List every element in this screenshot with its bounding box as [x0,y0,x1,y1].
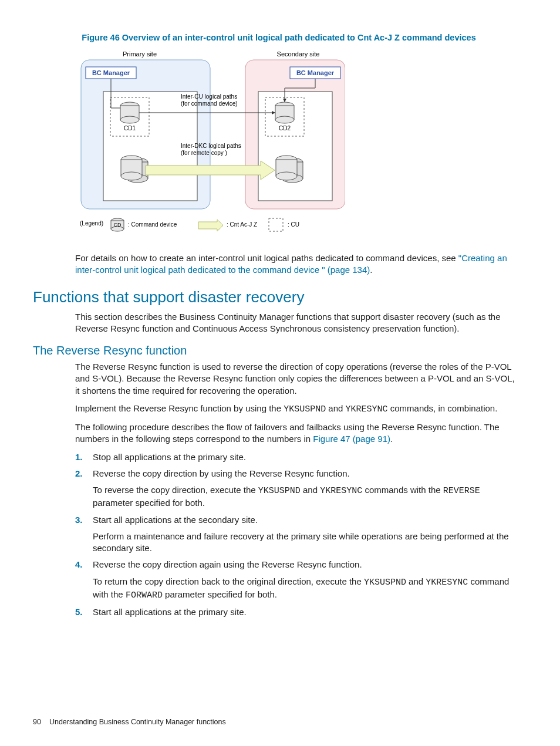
svg-marker-45 [198,220,223,231]
rr-p3: The following procedure describes the fl… [75,421,519,445]
svg-rect-9 [258,92,332,201]
figure-caption: Figure 46 Overview of an inter-control u… [33,33,525,42]
page-footer: 90Understanding Business Continuity Mana… [33,718,226,726]
list-item: 1.Stop all applications at the primary s… [75,451,519,463]
step-number: 3. [75,514,93,555]
code-literal: YKSUSPND [258,486,301,496]
list-item: 2.Reverse the copy direction by using th… [75,468,519,509]
heading-functions-dr: Functions that support disaster recovery [33,288,525,306]
label-inter-cu: Inter-CU logical paths (for command devi… [181,93,239,107]
svg-text:CD2: CD2 [279,125,291,131]
code-literal: REVERSE [443,486,480,496]
svg-point-37 [276,172,297,180]
step-text: Perform a maintenance and failure recove… [93,531,519,555]
svg-text:Secondary site: Secondary site [277,50,320,58]
heading-reverse-resync: The Reverse Resync function [33,344,525,357]
rr-p1: The Reverse Resync function is used to r… [75,361,519,397]
code-literal: YKRESYNC [320,486,362,496]
link-figure-47[interactable]: Figure 47 (page 91) [313,434,390,444]
step-text: Start all applications at the secondary … [93,514,519,526]
svg-text:Primary site: Primary site [123,50,157,58]
code-literal: FORWARD [126,590,163,600]
step-text: To return the copy direction back to the… [93,576,519,602]
code-literal: YKSUSPND [364,578,406,588]
list-item: 4.Reverse the copy direction again using… [75,559,519,602]
list-item: 5.Start all applications at the primary … [75,606,519,618]
svg-point-31 [121,172,142,180]
svg-text:BC Manager: BC Manager [296,69,335,76]
svg-text:CD1: CD1 [124,125,136,131]
step-text: Reverse the copy direction by using the … [93,468,519,480]
step-number: 4. [75,559,93,602]
step-text: Stop all applications at the primary sit… [93,451,519,463]
svg-text:(Legend): (Legend) [80,220,103,227]
intro-paragraph: For details on how to create an inter-co… [75,252,519,276]
label-inter-dkc: Inter-DKC logical paths (for remote copy… [181,143,243,156]
svg-rect-47 [269,218,283,231]
svg-text:: Command device: : Command device [128,221,177,228]
step-number: 2. [75,468,93,509]
svg-text:: Cnt Ac-J Z: : Cnt Ac-J Z [227,221,257,228]
figure-diagram: Primary site Secondary site BC Manager B… [75,49,525,237]
step-number: 1. [75,451,93,463]
step-number: 5. [75,606,93,618]
svg-point-18 [275,116,294,123]
section-intro: This section describes the Business Cont… [75,311,519,335]
step-text: Start all applications at the primary si… [93,606,519,618]
step-text: To reverse the copy direction, execute t… [93,484,519,509]
code-literal: YKRESYNC [426,578,468,588]
svg-text:CD: CD [114,222,122,228]
svg-point-14 [120,116,139,123]
step-text: Reverse the copy direction again using t… [93,559,519,571]
svg-text:BC Manager: BC Manager [92,69,130,76]
procedure-steps: 1.Stop all applications at the primary s… [75,451,519,619]
rr-p2: Implement the Reverse Resync function by… [75,403,519,416]
svg-text:: CU: : CU [288,221,299,228]
list-item: 3.Start all applications at the secondar… [75,514,519,555]
